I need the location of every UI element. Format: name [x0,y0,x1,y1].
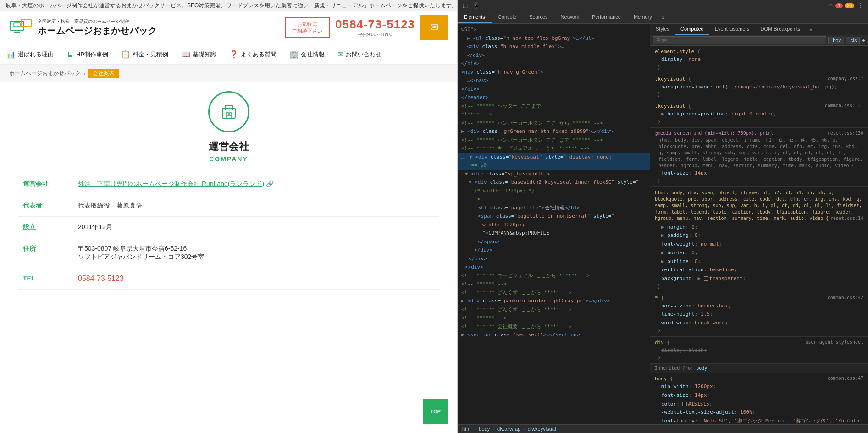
phone-number: 0584-73-5123 [335,17,415,32]
table-row: 運営会社 外注・下請け専門のホームページ制作会社 RunLand(ランランド) … [18,174,439,195]
consult-button[interactable]: お気軽に ご相談下さい [285,17,330,38]
tree-line[interactable]: ****** --> [458,110,650,119]
tree-line-selected[interactable]: … ▼ <div class="keyvisual" style=" displ… [458,153,650,162]
styles-filter-bar: :hov .cls + [650,35,868,46]
company-table: 運営会社 外注・下請け専門のホームページ制作会社 RunLand(ランランド) … [18,174,439,290]
tree-line[interactable]: width: 1220px; [458,221,650,230]
company-title-ja: 運営会社 [18,140,439,153]
tree-line[interactable]: ">COMPANY&nbsp;PROFILE [458,229,650,238]
tab-more[interactable]: » [658,11,669,23]
tree-line[interactable]: <nav class="h_nav grGreen"> [458,68,650,77]
cls-btn[interactable]: .cls [846,37,860,44]
styles-tab-styles[interactable]: Styles [650,24,675,35]
tree-line[interactable]: <!-- ****** キービジュアル ここから ****** --> [458,144,650,153]
devtools-bottom-bar: html › body › div.allwrap › div.keyvisua… [458,424,868,433]
tree-line[interactable]: </div> [458,60,650,68]
tree-line[interactable]: ▼ <div class="basewidth2 keyvisual_inner… [458,178,650,187]
styles-tab-more[interactable]: » [806,24,816,35]
dt-breadcrumb-keyvisual[interactable]: div.keyvisual [528,426,556,432]
styles-tab-computed[interactable]: Computed [675,24,709,35]
company-link[interactable]: 外注・下請け専門のホームページ制作会社 RunLand(ランランド) [78,180,264,187]
nav-item-company[interactable]: 🏢 会社情報 [283,44,331,64]
tab-elements[interactable]: Elements [458,11,492,23]
select-element-btn[interactable]: ⬚ [460,1,470,10]
tree-line[interactable]: <div class="h_nav_middle flex">… [458,43,650,51]
tree-line[interactable]: </header> [458,93,650,102]
tab-console[interactable]: Console [492,11,523,23]
book-icon: 📖 [181,50,190,59]
tree-line[interactable]: …</nav> [458,77,650,85]
tel-number: 0584-73-5123 [78,274,124,282]
tree-line[interactable]: ▶ <div class="grGreen nav_btn fixed z999… [458,127,650,136]
tree-line[interactable]: w50"> [458,26,650,34]
dt-breadcrumb-html[interactable]: html [462,426,472,432]
tree-line[interactable]: "> [458,195,650,204]
styles-filter-input[interactable] [653,36,826,44]
tree-line[interactable]: <!-- ****** ぱんくず ここから ***** --> [458,289,650,297]
device-toolbar-btn[interactable]: 📱 [471,1,481,10]
tree-line[interactable]: </div> [458,263,650,272]
tree-line[interactable]: ▶ <section class="sec sec1">…</section> [458,331,650,340]
more-tools-btn[interactable]: ⋮ [856,1,865,10]
tree-line[interactable]: </span> [458,238,650,247]
tree-line[interactable]: /* width: 1220px; */ [458,187,650,196]
tree-line[interactable]: <span class="pagetitle_en montserrat" st… [458,212,650,221]
html-pane[interactable]: w50"> ▶ <ul class="h_nav_top flex bgGray… [458,24,650,424]
styles-pane[interactable]: element.style { display: none; } .keyvis… [650,46,868,424]
building-icon: 🏢 [289,50,299,59]
site-header: 全国対応・格安・高品質のホームページ制作 ホームページおまかせパック お気軽に … [0,11,457,44]
monitor-icon: 🖥 [66,50,74,59]
devtools-tab-bar: Elements Console Sources Network Perform… [458,11,868,24]
tree-line[interactable]: <!-- ****** ぱんくず ここから ***** --> [458,306,650,314]
tab-sources[interactable]: Sources [523,11,554,23]
tree-line[interactable]: </div> [458,85,650,94]
svg-rect-1 [14,23,20,27]
logo-sub: 全国対応・格安・高品質のホームページ制作 [38,18,157,25]
tab-memory[interactable]: Memory [627,11,658,23]
tab-performance[interactable]: Performance [586,11,627,23]
hover-pseudo-btn[interactable]: :hov [828,37,844,44]
styles-tab-event-listeners[interactable]: Event Listeners [709,24,755,35]
breadcrumb-home[interactable]: ホームページおまかせパック [9,70,81,77]
question-icon: ❓ [229,50,238,59]
nav-item-pricing[interactable]: 📋 料金・見積例 [115,44,175,64]
tree-line[interactable]: <!-- ****** ハンバーガーボタン ここ から ****** --> [458,119,650,128]
tree-line[interactable]: ▼ <div class="sp_basewidth"> [458,170,650,179]
tree-line[interactable]: </div> [458,255,650,263]
top-button[interactable]: TOP [423,399,448,424]
styles-container: Styles Computed Event Listeners DOM Brea… [650,24,868,424]
breadcrumb-current: 会社案内 [88,69,119,78]
svg-rect-0 [10,21,24,30]
nav-item-reasons[interactable]: 📊 選ばれる理由 [0,44,60,64]
add-style-btn[interactable]: + [862,37,865,44]
company-title-en: COMPANY [18,155,439,163]
company-content: 運営会社 COMPANY 運営会社 外注・下請け専門のホームページ制作会社 Ru… [0,82,457,299]
tree-line[interactable]: ▶ <ul class="h_nav_top flex bgGray">…</u… [458,34,650,43]
nav-item-examples[interactable]: 🖥 HP制作事例 [60,45,115,64]
label-address: 住所 [18,238,73,268]
tree-line[interactable]: <!-- ****** ヘッダー ここまで [458,102,650,111]
tree-line[interactable]: <!-- ****** --> [458,314,650,323]
styles-tab-dom-breakpoints[interactable]: DOM Breakpoints [755,24,806,35]
nav-item-knowledge[interactable]: 📖 基礎知識 [175,44,223,64]
dt-breadcrumb-allwrap[interactable]: div.allwrap [497,426,520,432]
tree-line[interactable]: <!-- ****** ハンバーガーボタン ここ まで ****** --> [458,136,650,145]
devtools-panel: ⬚ 📱 ⚠ 1 20 ⋮ Elements Console Sources Ne… [458,0,868,433]
nav-item-faq[interactable]: ❓ よくある質問 [223,44,283,64]
devtools-main: w50"> ▶ <ul class="h_nav_top flex bgGray… [458,24,868,424]
devtools-toolbar: ⬚ 📱 ⚠ 1 20 ⋮ [458,0,868,11]
tree-line[interactable]: <!-- ****** キービジュアル ここから ****** --> [458,272,650,280]
site-nav: 📊 選ばれる理由 🖥 HP制作事例 📋 料金・見積例 📖 基礎知識 ❓ よくある… [0,44,457,65]
tree-line[interactable]: </div> [458,51,650,60]
tree-line[interactable]: ▶ <div class="pankuzu borderLightGray pc… [458,297,650,306]
tree-line-dollar0[interactable]: == $0 [458,161,650,170]
email-button[interactable]: ✉ [420,15,448,40]
tree-line[interactable]: <h1 class="pagetitle">会社情報</h1> [458,204,650,213]
tab-network[interactable]: Network [554,11,586,23]
tree-line[interactable]: <!-- ****** --> [458,280,650,289]
tree-line[interactable]: </div> [458,246,650,255]
tree-line[interactable]: <!-- ****** 会社概要 ここから ***** --> [458,323,650,331]
table-row: TEL 0584-73-5123 [18,268,439,290]
nav-item-contact[interactable]: ✉ お問い合わせ [331,44,388,64]
dt-breadcrumb-body[interactable]: body [479,426,490,432]
